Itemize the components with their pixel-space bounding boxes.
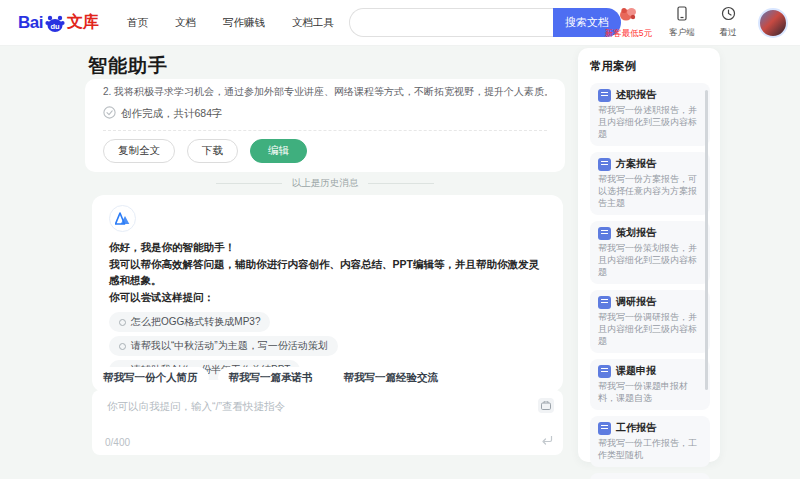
- dashed-divider: [103, 130, 547, 131]
- promo-entry[interactable]: 新客最低5元: [605, 6, 652, 40]
- case-item-project-application[interactable]: 课题申报 帮我写一份课题申报材料，课题自选: [590, 359, 710, 410]
- case-title: 工作报告: [616, 421, 656, 435]
- case-desc: 帮我写一份方案报告，可以选择任意内容为方案报告主题: [598, 173, 702, 209]
- document-icon: [598, 89, 611, 102]
- document-icon: [598, 158, 611, 171]
- case-item-shuzhi-report[interactable]: 述职报告 帮我写一份述职报告，并且内容细化到三级内容标题: [590, 83, 710, 146]
- logo-text-wenku: 文库: [67, 12, 99, 33]
- download-button[interactable]: 下载: [187, 139, 238, 163]
- assistant-intro: 我可以帮你高效解答问题，辅助你进行内容创作、内容总结、PPT编辑等，并且帮助你激…: [109, 256, 546, 289]
- case-desc: 帮我写一份述职报告，并且内容细化到三级内容标题: [598, 104, 702, 140]
- nav-item-write-earn[interactable]: 写作赚钱: [223, 16, 265, 30]
- creation-status-text: 创作完成，共计684字: [121, 107, 223, 121]
- search-bar: 搜索文档: [349, 8, 621, 37]
- example-question-text: 怎么把OGG格式转换成MP3?: [131, 315, 260, 329]
- case-desc: 帮我写一份工作报告，工作类型随机: [598, 437, 702, 461]
- bullet-circle-icon: [119, 319, 126, 326]
- divider-line-left: [216, 183, 282, 184]
- history-divider: 以上是历史消息: [85, 177, 565, 190]
- common-cases-title: 常用案例: [590, 59, 710, 74]
- assistant-logo-icon: [115, 212, 130, 225]
- viewed-label: 看过: [720, 27, 737, 39]
- assistant-avatar: [109, 205, 136, 232]
- edit-button[interactable]: 编辑: [250, 139, 307, 163]
- case-title: 策划报告: [616, 226, 656, 240]
- document-icon: [598, 365, 611, 378]
- previous-answer-card: 2. 我将积极寻求学习机会，通过参加外部专业讲座、网络课程等方式，不断拓宽视野，…: [85, 79, 565, 172]
- chip-experience-share[interactable]: 帮我写一篇经验交流: [333, 367, 450, 388]
- enter-send-icon[interactable]: [541, 431, 553, 449]
- case-desc: 帮我写一份课题申报材料，课题自选: [598, 380, 702, 404]
- bullet-circle-icon: [119, 343, 126, 350]
- example-question-1[interactable]: 怎么把OGG格式转换成MP3?: [109, 312, 270, 332]
- nav-item-home[interactable]: 首页: [127, 16, 148, 30]
- divider-line-right: [368, 183, 434, 184]
- case-item-research-report[interactable]: 调研报告 帮我写一份调研报告，并且内容细化到三级内容标题: [590, 290, 710, 353]
- document-icon: [598, 296, 611, 309]
- baidu-paw-icon: du: [44, 12, 66, 34]
- assistant-greeting: 你好，我是你的智能助手！: [109, 239, 546, 256]
- clock-icon: [721, 6, 736, 25]
- promo-icon: [618, 6, 638, 26]
- common-cases-panel: 常用案例 述职报告 帮我写一份述职报告，并且内容细化到三级内容标题 方案报告 帮…: [578, 48, 720, 462]
- history-divider-text: 以上是历史消息: [292, 177, 359, 190]
- client-label: 客户端: [669, 27, 695, 39]
- case-title: 调研报告: [616, 295, 656, 309]
- sidebar-scrollbar[interactable]: [705, 90, 708, 390]
- quick-command-icon[interactable]: [538, 398, 554, 413]
- composer-card: 0/400: [92, 390, 563, 455]
- svg-text:du: du: [50, 21, 60, 30]
- case-item-proposal-report[interactable]: 方案报告 帮我写一份方案报告，可以选择任意内容为方案报告主题: [590, 152, 710, 215]
- example-question-text: 请帮我以“中秋活动”为主题，写一份活动策划: [131, 339, 328, 353]
- case-title: 方案报告: [616, 157, 656, 171]
- nav-item-docs[interactable]: 文档: [175, 16, 196, 30]
- header-right-tools: 新客最低5元 客户端 看过: [605, 0, 788, 45]
- client-app-entry[interactable]: 客户端: [666, 6, 698, 39]
- document-icon: [598, 422, 611, 435]
- logo-text-bai: Bai: [18, 13, 43, 33]
- history-viewed-entry[interactable]: 看过: [712, 6, 744, 39]
- example-question-2[interactable]: 请帮我以“中秋活动”为主题，写一份活动策划: [109, 336, 338, 356]
- chip-commitment-letter[interactable]: 帮我写一篇承诺书: [218, 367, 324, 388]
- top-navbar: Bai du 文库 首页 文档 写作赚钱 文档工具 更多 搜索文档: [0, 0, 800, 46]
- assistant-message-bubble: 你好，我是你的智能助手！ 我可以帮你高效解答问题，辅助你进行内容创作、内容总结、…: [92, 195, 563, 392]
- prompt-input[interactable]: [105, 398, 529, 432]
- baidu-wenku-logo[interactable]: Bai du 文库: [18, 12, 99, 34]
- answer-actions: 复制全文 下载 编辑: [103, 139, 547, 163]
- case-list: 述职报告 帮我写一份述职报告，并且内容细化到三级内容标题 方案报告 帮我写一份方…: [590, 83, 710, 479]
- promo-label: 新客最低5元: [605, 28, 652, 40]
- chip-resume[interactable]: 帮我写一份个人简历: [92, 367, 209, 388]
- case-desc: 帮我写一份调研报告，并且内容细化到三级内容标题: [598, 311, 702, 347]
- char-counter: 0/400: [105, 437, 130, 448]
- page-title: 智能助手: [88, 53, 168, 79]
- case-item-planning-report[interactable]: 策划报告 帮我写一份策划报告，并且内容细化到三级内容标题: [590, 221, 710, 284]
- check-circle-icon: [103, 105, 116, 123]
- copy-all-button[interactable]: 复制全文: [103, 139, 175, 163]
- case-item-thought-report[interactable]: 思想汇报 帮我写一份思想汇报: [590, 473, 710, 479]
- creation-status-row: 创作完成，共计684字: [103, 105, 547, 123]
- document-icon: [598, 227, 611, 240]
- assistant-try-label: 你可以尝试这样提问：: [109, 289, 546, 306]
- case-item-work-report[interactable]: 工作报告 帮我写一份工作报告，工作类型随机: [590, 416, 710, 467]
- case-title: 课题申报: [616, 364, 656, 378]
- case-desc: 帮我写一份策划报告，并且内容细化到三级内容标题: [598, 242, 702, 278]
- user-avatar[interactable]: [758, 8, 788, 38]
- quick-prompt-chips: 帮我写一份个人简历 帮我写一篇承诺书 帮我写一篇经验交流: [92, 367, 449, 388]
- main-nav: 首页 文档 写作赚钱 文档工具 更多: [127, 16, 382, 30]
- nav-item-doc-tools[interactable]: 文档工具: [292, 16, 334, 30]
- phone-icon: [675, 6, 689, 25]
- search-input[interactable]: [349, 8, 553, 37]
- answer-tail-text: 2. 我将积极寻求学习机会，通过参加外部专业讲座、网络课程等方式，不断拓宽视野，…: [103, 85, 547, 98]
- case-title: 述职报告: [616, 88, 656, 102]
